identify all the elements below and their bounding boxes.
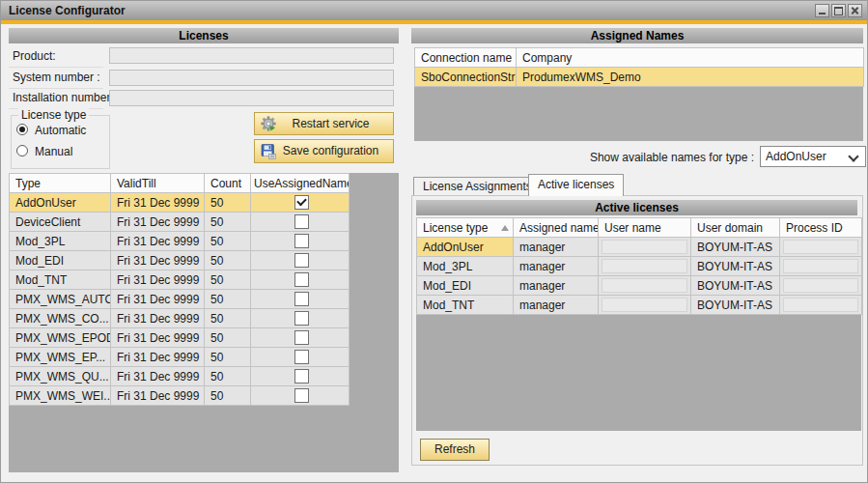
cell-valid-till[interactable]: Fri 31 Dec 9999: [111, 290, 205, 309]
cell-valid-till[interactable]: Fri 31 Dec 9999: [111, 328, 205, 348]
cell-count[interactable]: 50: [205, 309, 251, 328]
cell-count[interactable]: 50: [205, 290, 251, 309]
maximize-button[interactable]: [831, 4, 846, 17]
assigned-names-grid[interactable]: Connection nameCompanySboConnectionStrin…: [414, 47, 863, 141]
automatic-radio[interactable]: [16, 124, 28, 135]
use-assigned-name-checkbox[interactable]: [294, 272, 309, 287]
close-button[interactable]: [848, 4, 862, 17]
cell-use-assigned-name[interactable]: [251, 290, 350, 309]
cell-use-assigned-name[interactable]: [251, 367, 350, 386]
cell-user-name[interactable]: [599, 238, 691, 257]
use-assigned-name-checkbox[interactable]: [294, 388, 309, 403]
cell-valid-till[interactable]: Fri 31 Dec 9999: [111, 309, 205, 328]
cell-process-id[interactable]: [780, 238, 862, 257]
automatic-radio-label[interactable]: Automatic: [35, 124, 86, 137]
cell-type[interactable]: Mod_3PL: [10, 232, 111, 251]
cell-type[interactable]: DeviceClient: [10, 213, 111, 232]
table-row[interactable]: PMX_WMS_EPODFri 31 Dec 999950: [10, 328, 350, 348]
cell-count[interactable]: 50: [205, 193, 251, 213]
cell-type[interactable]: PMX_WMS_QU...: [10, 367, 111, 386]
cell-count[interactable]: 50: [205, 251, 251, 270]
table-row[interactable]: PMX_WMS_CO...Fri 31 Dec 999950: [10, 309, 350, 328]
cell-user-name[interactable]: [599, 257, 691, 276]
cell-license-type[interactable]: AddOnUser: [417, 238, 514, 257]
cell-use-assigned-name[interactable]: [251, 213, 350, 232]
cell-type[interactable]: Mod_TNT: [10, 270, 111, 290]
use-assigned-name-checkbox[interactable]: [294, 234, 309, 248]
tab-active-licenses[interactable]: Active licenses: [528, 174, 624, 196]
column-header[interactable]: Type: [10, 174, 111, 193]
column-header[interactable]: User name: [599, 218, 691, 238]
cell-license-type[interactable]: Mod_TNT: [417, 296, 514, 315]
column-header[interactable]: Assigned name: [514, 218, 599, 238]
cell-license-type[interactable]: Mod_EDI: [417, 276, 514, 296]
refresh-button[interactable]: Refresh: [420, 439, 490, 461]
cell-valid-till[interactable]: Fri 31 Dec 9999: [111, 270, 205, 290]
restart-service-button[interactable]: Restart service: [254, 112, 394, 135]
cell-use-assigned-name[interactable]: [251, 348, 350, 367]
cell-count[interactable]: 50: [205, 232, 251, 251]
minimize-button[interactable]: [815, 4, 829, 17]
cell-use-assigned-name[interactable]: [251, 232, 350, 251]
cell-count[interactable]: 50: [205, 270, 251, 290]
active-licenses-grid[interactable]: License typeAssigned nameUser nameUser d…: [416, 217, 861, 431]
installation-number-field[interactable]: [109, 90, 394, 106]
table-row[interactable]: PMX_WMS_AUTOFri 31 Dec 999950: [10, 290, 350, 309]
column-header[interactable]: Company: [517, 48, 864, 68]
table-row[interactable]: Mod_EDIFri 31 Dec 999950: [10, 251, 350, 270]
cell-type[interactable]: AddOnUser: [10, 193, 111, 213]
use-assigned-name-checkbox[interactable]: [294, 311, 309, 326]
table-row[interactable]: PMX_WMS_QU...Fri 31 Dec 999950: [10, 367, 350, 386]
cell-type[interactable]: PMX_WMS_CO...: [10, 309, 111, 328]
cell-process-id[interactable]: [780, 296, 862, 315]
cell-type[interactable]: PMX_WMS_WEI...: [10, 386, 111, 406]
cell-assigned-name[interactable]: manager: [514, 296, 599, 315]
cell-valid-till[interactable]: Fri 31 Dec 9999: [111, 348, 205, 367]
title-bar[interactable]: License Configurator: [1, 1, 867, 20]
use-assigned-name-checkbox[interactable]: [294, 330, 309, 345]
table-row[interactable]: PMX_WMS_WEI...Fri 31 Dec 999950: [10, 386, 350, 406]
system-number-field[interactable]: [109, 70, 394, 86]
cell-user-domain[interactable]: BOYUM-IT-AS: [691, 276, 780, 296]
manual-radio[interactable]: [16, 145, 28, 156]
column-header[interactable]: User domain: [691, 218, 780, 238]
cell-count[interactable]: 50: [205, 213, 251, 232]
cell-user-domain[interactable]: BOYUM-IT-AS: [691, 238, 780, 257]
cell-company[interactable]: ProdumexWMS_Demo: [517, 68, 864, 87]
cell-count[interactable]: 50: [205, 348, 251, 367]
manual-radio-label[interactable]: Manual: [35, 145, 72, 158]
cell-use-assigned-name[interactable]: [251, 193, 350, 213]
cell-assigned-name[interactable]: manager: [514, 276, 599, 296]
table-row[interactable]: Mod_3PLmanagerBOYUM-IT-AS: [417, 257, 862, 276]
cell-type[interactable]: PMX_WMS_EPOD: [10, 328, 111, 348]
cell-type[interactable]: PMX_WMS_EP...: [10, 348, 111, 367]
table-row[interactable]: Mod_3PLFri 31 Dec 999950: [10, 232, 350, 251]
cell-valid-till[interactable]: Fri 31 Dec 9999: [111, 232, 205, 251]
cell-use-assigned-name[interactable]: [251, 251, 350, 270]
cell-assigned-name[interactable]: manager: [514, 238, 599, 257]
cell-type[interactable]: PMX_WMS_AUTO: [10, 290, 111, 309]
cell-user-name[interactable]: [599, 296, 691, 315]
column-header[interactable]: Process ID: [780, 218, 862, 238]
column-header[interactable]: UseAssignedName: [251, 174, 350, 193]
use-assigned-name-checkbox[interactable]: [294, 292, 309, 306]
cell-use-assigned-name[interactable]: [251, 328, 350, 348]
licenses-grid[interactable]: TypeValidTillCountUseAssignedNameAddOnUs…: [9, 173, 399, 472]
product-field[interactable]: [109, 47, 394, 64]
cell-valid-till[interactable]: Fri 31 Dec 9999: [111, 193, 205, 213]
cell-user-domain[interactable]: BOYUM-IT-AS: [691, 257, 780, 276]
cell-valid-till[interactable]: Fri 31 Dec 9999: [111, 367, 205, 386]
cell-connection-name[interactable]: SboConnectionString: [415, 68, 517, 87]
table-row[interactable]: Mod_TNTmanagerBOYUM-IT-AS: [417, 296, 862, 315]
column-header[interactable]: Count: [205, 174, 251, 193]
use-assigned-name-checkbox[interactable]: [294, 195, 309, 210]
table-row[interactable]: SboConnectionStringProdumexWMS_Demo: [415, 68, 864, 87]
table-row[interactable]: DeviceClientFri 31 Dec 999950: [10, 213, 350, 232]
cell-license-type[interactable]: Mod_3PL: [417, 257, 514, 276]
cell-valid-till[interactable]: Fri 31 Dec 9999: [111, 213, 205, 232]
column-header[interactable]: ValidTill: [111, 174, 205, 193]
table-row[interactable]: AddOnUserFri 31 Dec 999950: [10, 193, 350, 213]
cell-valid-till[interactable]: Fri 31 Dec 9999: [111, 251, 205, 270]
column-header[interactable]: License type: [417, 218, 514, 238]
use-assigned-name-checkbox[interactable]: [294, 369, 309, 384]
